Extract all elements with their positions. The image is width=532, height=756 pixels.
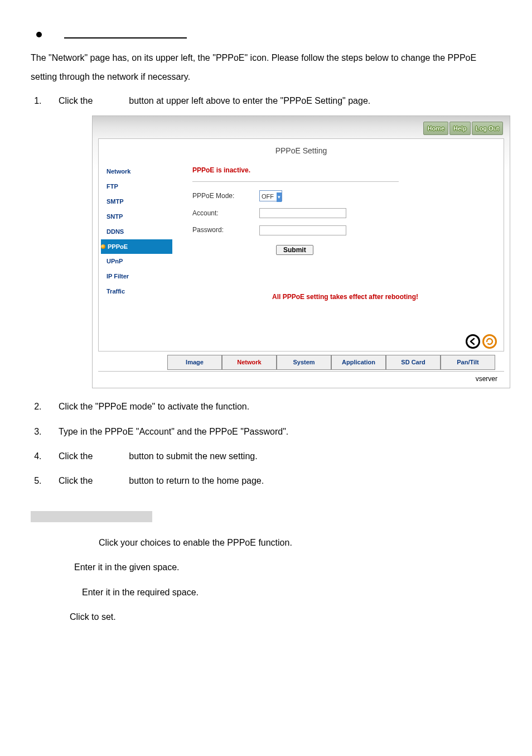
footer-icons [466,334,497,349]
row-mode: PPPoE Mode: OFF ▾ [192,190,498,203]
sidebar-item-label: PPPoE [108,241,128,253]
step-4-text-a: Click the [59,451,93,461]
tab-pantilt[interactable]: Pan/Tilt [441,355,495,370]
row-password: Password: [192,224,498,237]
sidebar-item-pppoe[interactable]: PPPoE [101,239,172,254]
pppoe-mode-select[interactable]: OFF ▾ [259,190,282,201]
bottom-tabs: Image Network System Application SD Card… [167,355,510,370]
step-1-text-a: Click the [59,96,93,105]
top-button-bar: Home Help Log Out [93,116,510,136]
bullet-icon [36,32,42,37]
brand-label: vserver [98,371,504,388]
desc-submit: Click to set. [31,609,501,625]
tab-application[interactable]: Application [331,355,386,370]
sidebar-item-network[interactable]: Network [101,164,172,179]
description-heading-block [31,511,152,522]
section-heading-row [31,31,501,38]
step-5-text-a: Click the [59,476,93,485]
pppoe-status: PPPoE is inactive. [192,164,498,180]
label-account: Account: [192,207,259,220]
select-value: OFF [262,193,274,200]
logout-button[interactable]: Log Out [472,122,503,136]
row-account: Account: [192,207,498,220]
step-4: Click the button to submit the new setti… [44,448,501,465]
desc-password: Enter it in the required space. [31,584,501,601]
chevron-down-icon: ▾ [277,192,282,202]
step-1-text-b: button at upper left above to enter the … [129,96,370,105]
tab-network[interactable]: Network [222,355,277,370]
tab-image[interactable]: Image [167,355,222,370]
desc-pppoe-mode: Click your choices to enable the PPPoE f… [31,535,501,551]
step-4-text-b: button to submit the new setting. [129,451,257,461]
back-icon[interactable] [466,334,480,349]
panel-title: PPPoE Setting [99,139,504,164]
password-input[interactable] [259,225,346,235]
label-mode: PPPoE Mode: [192,190,259,203]
sidebar: Network FTP SMTP SNTP DDNS PPPoE UPnP IP… [99,164,172,305]
sidebar-item-smtp[interactable]: SMTP [101,194,172,209]
divider [192,181,399,182]
step-3: Type in the PPPoE "Account" and the PPPo… [44,423,501,440]
heading-underline [64,31,187,38]
label-password: Password: [192,224,259,237]
panel-inner: PPPoE Setting Network FTP SMTP SNTP DDNS… [98,138,504,351]
account-input[interactable] [259,208,346,218]
desc-account: Enter it in the given space. [31,559,501,576]
step-2: Click the "PPPoE mode" to activate the f… [44,398,501,415]
steps-list: Click the button at upper left above to … [31,93,501,490]
sidebar-item-sntp[interactable]: SNTP [101,209,172,224]
intro-paragraph: The "Network" page has, on its upper lef… [31,49,501,86]
submit-button[interactable]: Submit [276,245,313,255]
form-column: PPPoE is inactive. PPPoE Mode: OFF ▾ Acc… [172,164,504,305]
step-1: Click the button at upper left above to … [44,93,501,388]
sidebar-item-ftp[interactable]: FTP [101,179,172,194]
step-5: Click the button to return to the home p… [44,473,501,489]
tab-system[interactable]: System [277,355,331,370]
reboot-warning: All PPPoE setting takes effect after reb… [192,291,498,304]
sidebar-item-ddns[interactable]: DDNS [101,224,172,239]
home-button[interactable]: Home [423,122,448,136]
sidebar-item-ipfilter[interactable]: IP Filter [101,269,172,284]
step-5-text-b: button to return to the home page. [129,476,264,485]
sidebar-item-traffic[interactable]: Traffic [101,284,172,299]
tab-sdcard[interactable]: SD Card [386,355,441,370]
sidebar-item-upnp[interactable]: UPnP [101,254,172,269]
pppoe-screenshot: Home Help Log Out PPPoE Setting Network … [92,115,510,389]
refresh-icon[interactable] [482,334,497,349]
help-button[interactable]: Help [449,122,471,136]
